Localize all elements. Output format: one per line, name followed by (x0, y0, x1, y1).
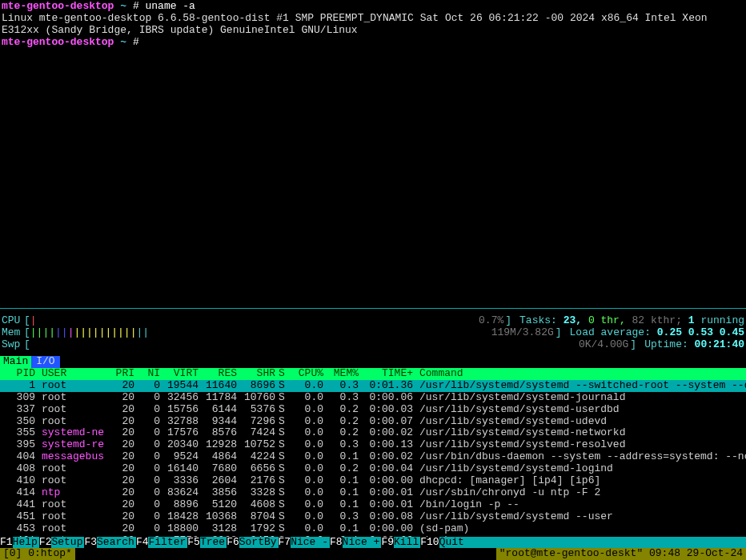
process-row[interactable]: 355systemd-ne2001757685767424S0.00.20:00… (0, 427, 746, 439)
process-row[interactable]: 404messagebus200952448644224S0.00.10:00.… (0, 451, 746, 463)
swp-meter: Swp [ 0K/4.00G ] Uptime: 00:21:40 (2, 339, 744, 351)
status-right: "root@mte-gentoo-deskt" 09:48 29-Oct-24 (496, 548, 746, 560)
prompt-host: mte-gentoo-desktop (2, 0, 114, 12)
fkey-label-f3[interactable]: Search (97, 537, 136, 549)
process-row[interactable]: 451root20018428103688704S0.00.30:00.08/u… (0, 511, 746, 523)
typed-command: uname -a (146, 0, 195, 12)
tab-io[interactable]: I/O (31, 356, 59, 368)
process-row[interactable]: 337root2001575661445376S0.00.20:00.03/us… (0, 404, 746, 416)
fkey-f10[interactable]: F10 (420, 537, 439, 549)
prompt-line-2[interactable]: mte-gentoo-desktop ~ # (2, 37, 744, 49)
htop-tabs: MainI/O (0, 356, 746, 368)
process-row[interactable]: 1root20019544116408696S0.00.30:01.36/usr… (0, 380, 746, 392)
process-row[interactable]: 410root200333626042176S0.00.10:00.00dhcp… (0, 475, 746, 487)
tab-main[interactable]: Main (0, 356, 31, 368)
process-row[interactable]: 408root2001614076806656S0.00.20:00.04/us… (0, 463, 746, 475)
process-row[interactable]: 350root2003278893447296S0.00.20:00.07/us… (0, 416, 746, 428)
terminal-scrollback: mte-gentoo-desktop ~ # uname -a Linux mt… (0, 0, 746, 50)
fkey-f9[interactable]: F9 (381, 537, 394, 549)
htop-pane[interactable]: CPU [ | 0.7% ] Tasks: 23, 0 thr, 82 kthr… (0, 308, 746, 559)
pane-separator (0, 308, 746, 313)
fkey-f7[interactable]: F7 (279, 537, 291, 549)
fkey-f3[interactable]: F3 (84, 537, 97, 549)
fkey-f6[interactable]: F6 (227, 537, 239, 549)
fkey-label-f7[interactable]: Nice - (291, 537, 330, 549)
mem-meter: Mem [ ||||||||||||||||||| 119M/3.82G ] L… (2, 327, 744, 339)
fkey-f8[interactable]: F8 (330, 537, 343, 549)
process-row[interactable]: 453root2001880031281792S0.00.10:00.00(sd… (0, 523, 746, 535)
fkey-label-f9[interactable]: Kill (394, 537, 420, 549)
loadavg-info: Load average: 0.25 0.53 0.45 (570, 327, 744, 339)
status-left: [0] 0:htop* (0, 548, 75, 560)
uname-output: Linux mte-gentoo-desktop 6.6.58-gentoo-d… (2, 13, 738, 37)
meters-block: CPU [ | 0.7% ] Tasks: 23, 0 thr, 82 kthr… (0, 315, 746, 351)
fkey-label-f4[interactable]: Filter (148, 537, 187, 549)
prompt-line-1: mte-gentoo-desktop ~ # uname -a (2, 1, 744, 13)
process-row[interactable]: 414ntp2008362438563328S0.00.10:00.01/usr… (0, 487, 746, 499)
fkey-label-f10[interactable]: Quit (439, 537, 466, 549)
fkey-label-f6[interactable]: SortBy (239, 537, 279, 549)
uptime-info: Uptime: 00:21:40 (644, 339, 744, 351)
tasks-info: Tasks: 23, 0 thr, 82 kthr; 1 running (519, 315, 744, 327)
prompt-tilde: ~ (120, 36, 126, 48)
process-list[interactable]: 1root20019544116408696S0.00.30:01.36/usr… (0, 380, 746, 559)
process-row[interactable]: 395systemd-re200203401292810752S0.00.30:… (0, 439, 746, 451)
prompt-hash: # (133, 0, 139, 12)
prompt-hash: # (133, 36, 139, 48)
fkey-label-f5[interactable]: Tree (200, 537, 227, 549)
fkey-label-f8[interactable]: Nice + (343, 537, 382, 549)
cpu-meter: CPU [ | 0.7% ] Tasks: 23, 0 thr, 82 kthr… (2, 315, 744, 327)
process-row[interactable]: 309root200324561178410760S0.00.30:00.06/… (0, 392, 746, 404)
tmux-status-bar: [0] 0:htop* "root@mte-gentoo-deskt" 09:4… (0, 548, 746, 560)
prompt-tilde: ~ (120, 0, 126, 12)
fkey-f5[interactable]: F5 (187, 537, 200, 549)
fkey-f4[interactable]: F4 (136, 537, 149, 549)
prompt-host: mte-gentoo-desktop (2, 36, 114, 48)
process-row[interactable]: 441root200889651204608S0.00.10:00.01/bin… (0, 499, 746, 511)
column-header[interactable]: PID USER PRI NI VIRT RES SHR S CPU% MEM%… (0, 368, 746, 380)
